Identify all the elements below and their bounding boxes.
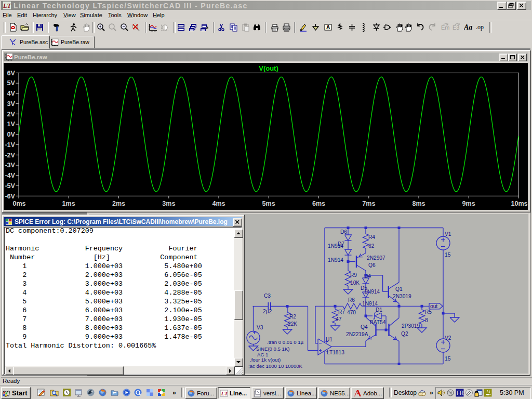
- svg-text:5ms: 5ms: [262, 200, 275, 207]
- svg-text:out: out: [430, 303, 437, 309]
- svg-text:BAT54: BAT54: [370, 320, 386, 325]
- svg-text:47: 47: [336, 316, 342, 322]
- svg-text:6ms: 6ms: [312, 200, 325, 207]
- svg-text:R2: R2: [289, 314, 296, 320]
- svg-text:7ms: 7ms: [362, 200, 375, 207]
- svg-text:.four 1k v(out): .four 1k v(out): [250, 357, 281, 363]
- svg-text:R6: R6: [348, 297, 355, 303]
- svg-text:1N914: 1N914: [362, 301, 378, 307]
- svg-text:D1: D1: [376, 307, 382, 313]
- svg-text:22K: 22K: [288, 321, 297, 327]
- svg-text:0V: 0V: [7, 131, 16, 138]
- svg-text:Q1: Q1: [395, 286, 403, 292]
- svg-text:V3: V3: [257, 325, 263, 330]
- svg-text:V1: V1: [445, 231, 451, 237]
- svg-text:2N2907: 2N2907: [367, 255, 385, 261]
- svg-text:;ac dec 1000 10 10000K: ;ac dec 1000 10 10000K: [248, 363, 303, 369]
- svg-text:V2: V2: [445, 335, 451, 341]
- svg-text:2N3019: 2N3019: [393, 294, 411, 299]
- svg-text:1ms: 1ms: [62, 200, 75, 207]
- svg-text:C3: C3: [264, 293, 271, 299]
- svg-text:.tran 0 0.01 0 1µ: .tran 0 0.01 0 1µ: [267, 339, 304, 345]
- svg-text:Em: Em: [441, 24, 449, 31]
- svg-text:Q6: Q6: [368, 262, 376, 268]
- svg-text:0ms: 0ms: [12, 200, 25, 207]
- svg-text:3ms: 3ms: [162, 200, 175, 207]
- svg-text:8: 8: [425, 317, 428, 323]
- svg-text:4V: 4V: [7, 90, 16, 97]
- svg-text:Q2: Q2: [401, 331, 408, 337]
- svg-text:Aa: Aa: [464, 23, 472, 31]
- svg-text:U1: U1: [326, 337, 332, 342]
- svg-text:10K: 10K: [350, 280, 360, 286]
- svg-text:15: 15: [445, 252, 451, 258]
- svg-text:D6: D6: [340, 229, 347, 235]
- svg-text:5V: 5V: [7, 79, 16, 87]
- svg-text:-4V: -4V: [5, 172, 15, 179]
- svg-text:.op: .op: [476, 23, 484, 31]
- svg-text:2µ2: 2µ2: [263, 309, 272, 314]
- svg-text:R7: R7: [338, 309, 345, 315]
- svg-text:3V: 3V: [7, 100, 16, 108]
- svg-text:2P3019: 2P3019: [402, 323, 420, 329]
- svg-text:FR: FR: [457, 390, 463, 396]
- svg-text:Q4: Q4: [361, 324, 368, 330]
- svg-text:LT: LT: [221, 390, 229, 396]
- svg-text:LT1813: LT1813: [327, 350, 344, 355]
- svg-text:V(out): V(out): [259, 64, 278, 72]
- svg-text:-2V: -2V: [5, 152, 15, 159]
- svg-text:470: 470: [347, 310, 356, 315]
- svg-text:1V: 1V: [7, 121, 16, 128]
- svg-text:A: A: [326, 24, 330, 30]
- svg-text:2ms: 2ms: [112, 200, 125, 207]
- svg-text:R9: R9: [350, 272, 357, 278]
- svg-text:8ms: 8ms: [412, 200, 425, 207]
- svg-text:6V: 6V: [7, 70, 16, 77]
- svg-text:SINE(0 0.5 1K): SINE(0 0.5 1K): [256, 346, 290, 352]
- svg-text:2V: 2V: [7, 111, 16, 118]
- svg-text:62: 62: [368, 243, 375, 249]
- svg-text:R5: R5: [425, 309, 432, 315]
- svg-text:2N2219A: 2N2219A: [346, 331, 368, 337]
- svg-text:1N914: 1N914: [364, 289, 380, 295]
- svg-text:-6V: -6V: [5, 193, 15, 200]
- svg-text:10ms: 10ms: [511, 200, 527, 207]
- svg-text:-1V: -1V: [5, 141, 15, 149]
- svg-text:-3V: -3V: [5, 162, 15, 169]
- svg-text:D7: D7: [338, 241, 344, 247]
- svg-text:1N914: 1N914: [328, 257, 343, 263]
- svg-text:R4: R4: [368, 234, 375, 240]
- svg-text:-5V: -5V: [5, 182, 15, 190]
- svg-text:D4: D4: [364, 273, 371, 279]
- svg-text:4ms: 4ms: [212, 200, 225, 207]
- svg-text:E3: E3: [453, 24, 459, 31]
- svg-text:15: 15: [445, 356, 451, 362]
- svg-text:9ms: 9ms: [462, 200, 475, 207]
